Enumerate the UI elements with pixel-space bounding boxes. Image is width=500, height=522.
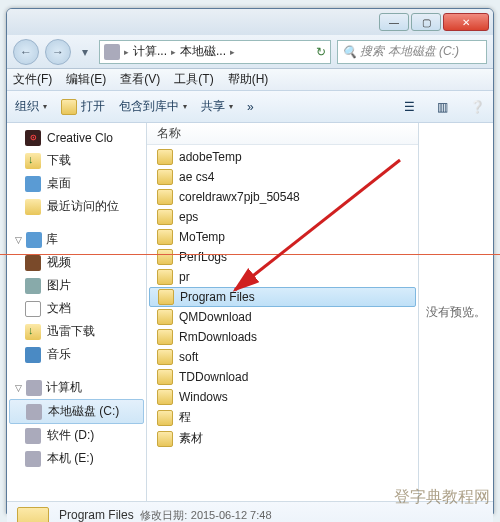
drive-icon (25, 451, 41, 467)
status-mod-value: 2015-06-12 7:48 (191, 509, 272, 521)
expand-icon: ▽ (15, 235, 22, 245)
sidebar-item-cc[interactable]: ⊙Creative Clo (7, 127, 146, 149)
file-row[interactable]: 程 (147, 407, 418, 428)
file-row[interactable]: 素材 (147, 428, 418, 449)
folder-icon (157, 249, 173, 265)
search-placeholder: 搜索 本地磁盘 (C:) (360, 43, 459, 60)
status-name: Program Files (59, 508, 134, 522)
file-row[interactable]: pr (147, 267, 418, 287)
breadcrumb-seg[interactable]: 计算... (133, 43, 167, 60)
watermark: 登字典教程网 (394, 487, 490, 508)
titlebar: — ▢ ✕ (7, 9, 493, 35)
expand-icon: ▽ (15, 383, 22, 393)
folder-icon (157, 389, 173, 405)
more-button[interactable]: » (247, 100, 254, 114)
sidebar-item-music[interactable]: 音乐 (7, 343, 146, 366)
sidebar-item-drive-c[interactable]: 本地磁盘 (C:) (9, 399, 144, 424)
preview-text: 没有预览。 (426, 304, 486, 321)
file-row[interactable]: ae cs4 (147, 167, 418, 187)
sidebar-computer[interactable]: ▽计算机 (7, 376, 146, 399)
music-icon (25, 347, 41, 363)
nav-row: ← → ▾ ▸ 计算... ▸ 本地磁... ▸ ↻ 🔍 搜索 本地磁盘 (C:… (7, 35, 493, 69)
menu-help[interactable]: 帮助(H) (228, 71, 269, 88)
body: ⊙Creative Clo 下载 桌面 最近访问的位 ▽库 视频 图片 文档 迅… (7, 123, 493, 501)
document-icon (25, 301, 41, 317)
preview-pane-icon[interactable]: ▥ (437, 100, 448, 114)
file-row[interactable]: adobeTemp (147, 147, 418, 167)
sidebar-libraries[interactable]: ▽库 (7, 228, 146, 251)
folder-icon (158, 289, 174, 305)
sidebar-item-thunder[interactable]: 迅雷下载 (7, 320, 146, 343)
menu-file[interactable]: 文件(F) (13, 71, 52, 88)
help-icon[interactable]: ❔ (470, 100, 485, 114)
view-options-icon[interactable]: ☰ (404, 100, 415, 114)
include-button[interactable]: 包含到库中▾ (119, 98, 187, 115)
address-bar[interactable]: ▸ 计算... ▸ 本地磁... ▸ ↻ (99, 40, 331, 64)
history-dropdown[interactable]: ▾ (77, 39, 93, 65)
file-name: Program Files (180, 290, 255, 304)
chevron-right-icon: ▸ (124, 47, 129, 57)
file-row[interactable]: MoTemp (147, 227, 418, 247)
forward-button[interactable]: → (45, 39, 71, 65)
chevron-right-icon: ▸ (230, 47, 235, 57)
column-header-name[interactable]: 名称 (147, 123, 418, 145)
file-name: PerfLogs (179, 250, 227, 264)
open-button[interactable]: 打开 (61, 98, 105, 115)
sidebar-item-recent[interactable]: 最近访问的位 (7, 195, 146, 218)
refresh-icon[interactable]: ↻ (316, 45, 326, 59)
sidebar-item-drive-d[interactable]: 软件 (D:) (7, 424, 146, 447)
folder-icon (61, 99, 77, 115)
file-name: Windows (179, 390, 228, 404)
folder-icon (157, 209, 173, 225)
computer-icon (26, 380, 42, 396)
back-button[interactable]: ← (13, 39, 39, 65)
close-button[interactable]: ✕ (443, 13, 489, 31)
folder-icon (157, 149, 173, 165)
file-name: 程 (179, 409, 191, 426)
sidebar-item-pictures[interactable]: 图片 (7, 274, 146, 297)
breadcrumb-seg[interactable]: 本地磁... (180, 43, 226, 60)
file-row[interactable]: eps (147, 207, 418, 227)
file-name: MoTemp (179, 230, 225, 244)
folder-icon (157, 269, 173, 285)
file-name: RmDownloads (179, 330, 257, 344)
file-list: 名称 adobeTempae cs4coreldrawx7pjb_50548ep… (147, 123, 419, 501)
organize-button[interactable]: 组织▾ (15, 98, 47, 115)
file-name: coreldrawx7pjb_50548 (179, 190, 300, 204)
explorer-window: — ▢ ✕ ← → ▾ ▸ 计算... ▸ 本地磁... ▸ ↻ 🔍 搜索 本地… (6, 8, 494, 514)
video-icon (25, 255, 41, 271)
search-input[interactable]: 🔍 搜索 本地磁盘 (C:) (337, 40, 487, 64)
search-icon: 🔍 (342, 45, 357, 59)
maximize-button[interactable]: ▢ (411, 13, 441, 31)
file-row[interactable]: RmDownloads (147, 327, 418, 347)
sidebar-item-drive-e[interactable]: 本机 (E:) (7, 447, 146, 470)
folder-icon (157, 189, 173, 205)
minimize-button[interactable]: — (379, 13, 409, 31)
file-name: adobeTemp (179, 150, 242, 164)
file-row[interactable]: coreldrawx7pjb_50548 (147, 187, 418, 207)
folder-icon (157, 349, 173, 365)
drive-icon (25, 428, 41, 444)
menu-view[interactable]: 查看(V) (120, 71, 160, 88)
sidebar-item-documents[interactable]: 文档 (7, 297, 146, 320)
desktop-icon (25, 176, 41, 192)
menu-tools[interactable]: 工具(T) (174, 71, 213, 88)
file-row[interactable]: QMDownload (147, 307, 418, 327)
menu-edit[interactable]: 编辑(E) (66, 71, 106, 88)
recent-icon (25, 199, 41, 215)
file-row[interactable]: soft (147, 347, 418, 367)
file-name: eps (179, 210, 198, 224)
folder-icon (157, 229, 173, 245)
file-row[interactable]: Windows (147, 387, 418, 407)
download-icon (25, 324, 41, 340)
folder-icon (157, 410, 173, 426)
file-row[interactable]: PerfLogs (147, 247, 418, 267)
chevron-right-icon: ▸ (171, 47, 176, 57)
sidebar-item-downloads[interactable]: 下载 (7, 149, 146, 172)
file-row[interactable]: TDDownload (147, 367, 418, 387)
picture-icon (25, 278, 41, 294)
file-row[interactable]: Program Files (149, 287, 416, 307)
toolbar: 组织▾ 打开 包含到库中▾ 共享▾ » ☰ ▥ ❔ (7, 91, 493, 123)
share-button[interactable]: 共享▾ (201, 98, 233, 115)
sidebar-item-desktop[interactable]: 桌面 (7, 172, 146, 195)
